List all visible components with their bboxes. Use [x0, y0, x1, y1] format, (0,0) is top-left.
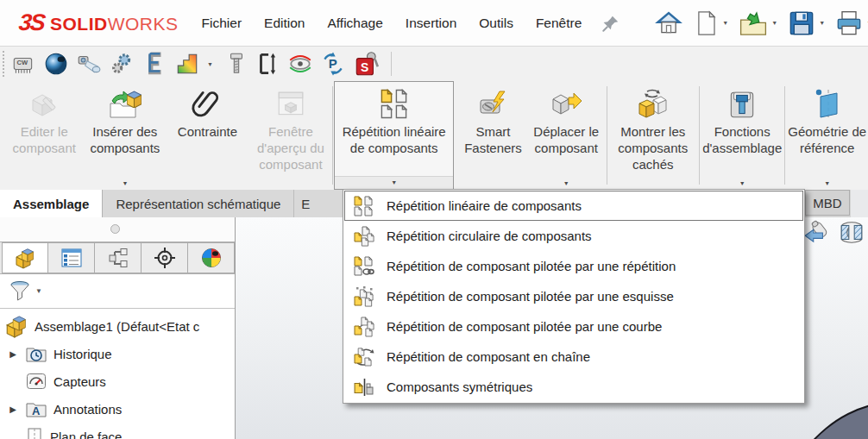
tab-propertymanager[interactable] — [48, 242, 95, 273]
menu-fichier[interactable]: Fichier — [191, 0, 254, 47]
tab-representation-schematique[interactable]: Représentation schématique — [103, 190, 294, 217]
component-preview-window-label: Fenêtre d'aperçu du composant — [250, 123, 332, 172]
insert-components-caret-icon[interactable]: ▼ — [122, 180, 128, 186]
step-wizard-icon[interactable] — [174, 51, 200, 77]
mirror-components-icon — [353, 377, 375, 398]
feature-tree: Assemblage1 (Défaut<Etat c ▶ Historique … — [0, 309, 235, 439]
flow-simulation-icon[interactable] — [287, 51, 313, 77]
expander-icon[interactable]: ▶ — [7, 349, 19, 359]
displaymanager-icon — [201, 248, 222, 268]
linear-pattern-caret-icon[interactable]: ▼ — [391, 179, 397, 185]
print-button[interactable]: ▼ — [835, 9, 868, 37]
model-sphere[interactable] — [768, 401, 868, 439]
new-document-caret-icon[interactable]: ▼ — [722, 20, 728, 26]
dimxpertmanager-icon — [154, 247, 176, 269]
toolbar-grip[interactable] — [3, 51, 7, 77]
menu-edition[interactable]: Edition — [253, 0, 316, 47]
sketch-driven-pattern-icon — [353, 286, 375, 307]
menu-item-sketch-driven-pattern[interactable]: Répétition de composant pilotée par une … — [344, 281, 803, 311]
new-document-button[interactable]: ▼ — [693, 9, 728, 37]
tab-configurationmanager[interactable] — [95, 242, 142, 273]
edit-component-label: Editer le composant — [3, 123, 85, 156]
tree-item-capteurs[interactable]: Capteurs — [0, 367, 235, 395]
toolbar-caret-icon[interactable]: ▼ — [207, 61, 213, 67]
menu-outils[interactable]: Outils — [468, 0, 525, 47]
tab-dimxpertmanager[interactable] — [142, 242, 188, 273]
photoview-360-icon[interactable] — [43, 51, 69, 77]
menu-item-linear-pattern[interactable]: Répétition linéaire de composants — [344, 191, 803, 221]
linear-pattern-caret-strip[interactable]: ▼ — [335, 176, 453, 189]
assembly-features-button[interactable]: Fonctions d'assemblage ▼ — [701, 81, 784, 190]
feature-tree-icon[interactable] — [142, 51, 167, 77]
menu-item-circular-pattern[interactable]: Répétition circulaire de composants — [344, 221, 803, 251]
tree-root-label: Assemblage1 (Défaut<Etat c — [35, 319, 199, 334]
bolt-icon[interactable] — [225, 51, 248, 77]
menu-item-pattern-driven-pattern[interactable]: Répétition de composant pilotée par une … — [344, 251, 803, 281]
insert-components-button[interactable]: Insérer des composants ▼ — [85, 81, 166, 190]
home-button[interactable] — [655, 10, 682, 36]
show-hidden-components-button[interactable]: Montrer les composants cachés — [608, 81, 698, 190]
mate-button[interactable]: Contrainte — [165, 81, 250, 190]
show-hidden-components-label: Montrer les composants cachés — [608, 123, 698, 172]
curve-driven-pattern-icon — [353, 317, 375, 337]
tree-root-assemblage1[interactable]: Assemblage1 (Défaut<Etat c — [0, 312, 235, 340]
paperclip-icon — [190, 85, 224, 123]
insert-components-icon — [108, 85, 142, 123]
configurationmanager-icon — [108, 248, 129, 268]
toolbox-gears-icon[interactable] — [109, 51, 135, 77]
reference-geometry-caret-icon[interactable]: ▼ — [824, 180, 830, 186]
tree-item-historique[interactable]: ▶ Historique — [0, 340, 235, 367]
open-caret-icon[interactable]: ▼ — [771, 20, 777, 26]
menu-affichage[interactable]: Affichage — [316, 0, 393, 47]
move-component-caret-icon[interactable]: ▼ — [563, 180, 569, 186]
reference-geometry-button[interactable]: Géométrie de référence ▼ — [786, 81, 868, 190]
tab-mbd[interactable]: MBD — [805, 190, 850, 216]
menu-bar: 3SSOLIDWORKS Fichier Edition Affichage I… — [0, 0, 868, 47]
chain-pattern-icon — [353, 347, 375, 367]
move-component-label: Déplacer le composant — [527, 123, 606, 156]
move-component-icon — [550, 85, 582, 123]
filter-funnel-icon[interactable] — [9, 280, 31, 303]
menu-item-chain-pattern[interactable]: Répétition de composant en chaîne — [344, 342, 803, 372]
camera-light-icon[interactable] — [76, 51, 102, 77]
dimxpert-icon[interactable] — [255, 51, 280, 77]
save-caret-icon[interactable]: ▼ — [819, 20, 825, 26]
smart-fasteners-icon — [477, 85, 510, 123]
expander-icon[interactable]: ▶ — [7, 405, 19, 414]
svg-text:CW: CW — [17, 59, 28, 66]
featuremanager-icon — [15, 247, 35, 269]
component-preview-window-button: Fenêtre d'aperçu du composant — [250, 81, 332, 190]
tab-featuremanager[interactable] — [2, 242, 48, 273]
tabrow-end-spacer — [851, 190, 868, 217]
ribbon-divider — [784, 86, 785, 185]
splitter-knob-icon[interactable] — [110, 224, 120, 234]
menu-item-mirror-components[interactable]: Composants symétriques — [344, 372, 803, 402]
menu-item-curve-driven-pattern[interactable]: Répétition de composant pilotée par une … — [344, 311, 803, 342]
smart-fasteners-label: Smart Fasteners — [459, 123, 527, 156]
section-view-icon[interactable] — [838, 219, 865, 247]
filter-caret-icon[interactable]: ▼ — [35, 287, 42, 295]
smart-fasteners-button[interactable]: Smart Fasteners — [459, 81, 527, 190]
circuitworks-icon[interactable]: CW — [10, 51, 36, 77]
assembly-features-caret-icon[interactable]: ▼ — [739, 180, 745, 186]
command-manager-ribbon: Editer le composant Insérer des composan… — [0, 81, 868, 190]
svg-text:S: S — [361, 60, 368, 74]
menu-insertion[interactable]: Insertion — [394, 0, 468, 47]
toolbar-divider — [391, 52, 392, 76]
linear-pattern-icon — [353, 196, 375, 216]
pin-menu-icon[interactable] — [601, 14, 620, 33]
tree-item-annotations[interactable]: ▶ A Annotations — [0, 395, 235, 423]
panel-splitter[interactable] — [0, 217, 235, 241]
linear-component-pattern-button[interactable]: Répétition linéaire de composants ▼ — [334, 81, 454, 190]
tree-item-plan-de-face[interactable]: Plan de face — [0, 423, 235, 439]
solidworks-addin-icon[interactable]: S — [353, 50, 381, 78]
tab-assemblage[interactable]: Assemblage — [0, 190, 103, 218]
pattern-driven-pattern-icon — [353, 256, 375, 277]
arrow-into-component-icon[interactable] — [803, 219, 831, 247]
menu-fenetre[interactable]: Fenêtre — [525, 0, 593, 47]
tab-displaymanager[interactable] — [188, 242, 235, 273]
pack-and-go-icon[interactable]: P — [320, 51, 346, 77]
save-button[interactable]: ▼ — [788, 9, 825, 37]
move-component-button[interactable]: Déplacer le composant ▼ — [527, 81, 606, 190]
open-button[interactable]: ▼ — [739, 9, 777, 37]
